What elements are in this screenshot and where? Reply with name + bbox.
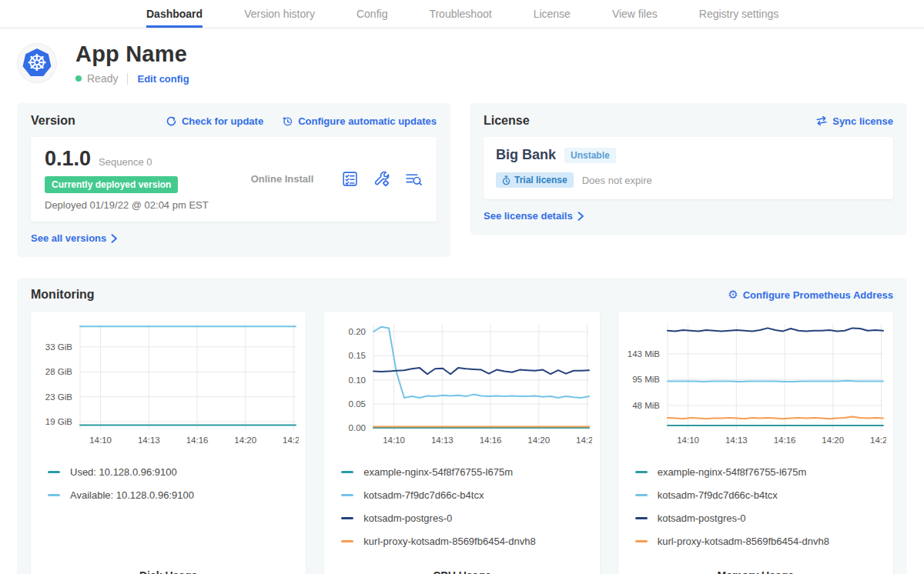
app-status: Ready	[87, 72, 118, 85]
svg-text:28 GiB: 28 GiB	[45, 367, 72, 376]
check-for-update-button[interactable]: Check for update	[166, 115, 263, 127]
chevron-right-icon	[578, 212, 584, 221]
license-expiry: Does not expire	[582, 175, 652, 186]
see-all-versions-link[interactable]: See all versions	[31, 232, 118, 244]
tab-version-history[interactable]: Version history	[244, 0, 315, 28]
svg-text:33 GiB: 33 GiB	[45, 342, 72, 352]
chart-legend: example-nginx-54f8f76755-l675mkotsadm-7f…	[341, 455, 593, 559]
stopwatch-icon	[502, 175, 511, 185]
svg-text:19 GiB: 19 GiB	[45, 417, 72, 426]
tab-view-files[interactable]: View files	[612, 0, 658, 28]
legend-swatch	[341, 517, 353, 519]
configure-automatic-updates-button[interactable]: Configure automatic updates	[282, 115, 437, 127]
legend-item: example-nginx-54f8f76755-l675m	[635, 466, 887, 478]
tab-config[interactable]: Config	[357, 0, 387, 28]
kubernetes-logo-icon: ☸	[21, 47, 53, 79]
sync-license-button[interactable]: Sync license	[815, 115, 893, 127]
legend-item: kotsadm-postgres-0	[635, 512, 887, 524]
legend-label: kotsadm-7f9dc7d66c-b4tcx	[363, 489, 484, 501]
svg-text:95 MiB: 95 MiB	[632, 375, 660, 384]
legend-label: kurl-proxy-kotsadm-8569fb6454-dnvh8	[363, 536, 535, 547]
license-card-title: License	[484, 114, 530, 128]
svg-text:14:10: 14:10	[383, 436, 406, 445]
view-logs-icon[interactable]	[404, 170, 423, 188]
legend-item: kotsadm-7f9dc7d66c-b4tcx	[635, 489, 887, 501]
top-navigation: DashboardVersion historyConfigTroublesho…	[0, 0, 924, 28]
chart-plot: 48 MiB95 MiB143 MiB14:1014:1314:1614:201…	[624, 318, 886, 449]
legend-label: kurl-proxy-kotsadm-8569fb6454-dnvh8	[658, 536, 829, 547]
legend-swatch	[341, 471, 353, 473]
summary-cards-row: Version Check for update Configure autom…	[0, 103, 924, 257]
legend-swatch	[635, 517, 648, 519]
legend-label: kotsadm-postgres-0	[658, 512, 746, 524]
tab-dashboard[interactable]: Dashboard	[146, 0, 203, 28]
chart-title: Memory Usage	[624, 559, 887, 574]
legend-swatch	[48, 471, 60, 473]
divider	[127, 73, 128, 85]
monitoring-title: Monitoring	[31, 288, 95, 302]
svg-text:14:13: 14:13	[138, 436, 160, 445]
tab-troubleshoot[interactable]: Troubleshoot	[429, 0, 491, 28]
chart-legend: Used: 10.128.0.96:9100Available: 10.128.…	[48, 455, 300, 512]
chart-legend: example-nginx-54f8f76755-l675mkotsadm-7f…	[635, 455, 887, 559]
legend-swatch	[635, 494, 648, 496]
svg-text:14:20: 14:20	[528, 436, 551, 445]
version-number: 0.1.0	[45, 147, 91, 171]
sequence-label: Sequence 0	[99, 156, 152, 168]
config-wrench-icon[interactable]	[373, 170, 390, 188]
customer-name: Big Bank	[496, 147, 556, 163]
app-title: App Name	[75, 42, 189, 67]
chart-plot: 19 GiB23 GiB28 GiB33 GiB14:1014:1314:161…	[37, 318, 299, 449]
legend-label: Used: 10.128.0.96:9100	[70, 466, 177, 478]
legend-item: example-nginx-54f8f76755-l675m	[341, 466, 593, 478]
svg-text:14:16: 14:16	[186, 436, 209, 445]
legend-swatch	[341, 494, 353, 496]
chart-card-disk-usage: 19 GiB23 GiB28 GiB33 GiB14:1014:1314:161…	[31, 312, 306, 574]
svg-text:14:23: 14:23	[870, 436, 886, 445]
svg-text:14:23: 14:23	[576, 436, 592, 445]
legend-item: kurl-proxy-kotsadm-8569fb6454-dnvh8	[635, 536, 887, 547]
svg-text:48 MiB: 48 MiB	[632, 401, 660, 410]
svg-text:14:13: 14:13	[725, 436, 748, 445]
current-version-panel: 0.1.0 Sequence 0 Currently deployed vers…	[31, 137, 437, 222]
legend-swatch	[341, 540, 353, 542]
svg-text:14:20: 14:20	[234, 436, 256, 445]
chevron-right-icon	[111, 234, 118, 243]
see-license-details-link[interactable]: See license details	[484, 210, 584, 222]
version-card: Version Check for update Configure autom…	[17, 103, 450, 257]
preflight-checks-icon[interactable]	[341, 170, 359, 188]
legend-item: Available: 10.128.0.96:9100	[48, 489, 300, 501]
chart-title: Disk Usage	[37, 559, 300, 574]
legend-item: kotsadm-postgres-0	[341, 512, 593, 524]
trial-license-badge: Trial license	[496, 172, 574, 188]
chart-title: CPU Usage	[330, 559, 593, 574]
svg-text:14:10: 14:10	[89, 436, 112, 445]
edit-config-link[interactable]: Edit config	[137, 73, 189, 85]
refresh-icon	[166, 115, 177, 127]
legend-swatch	[635, 540, 648, 542]
configure-prometheus-button[interactable]: ⚙ Configure Prometheus Address	[728, 289, 893, 301]
svg-text:0.00: 0.00	[349, 423, 366, 432]
monitoring-section: Monitoring ⚙ Configure Prometheus Addres…	[17, 278, 907, 574]
svg-text:0.20: 0.20	[349, 327, 366, 336]
svg-text:14:20: 14:20	[822, 436, 844, 445]
chart-card-cpu-usage: 0.000.050.100.150.2014:1014:1314:1614:20…	[324, 312, 599, 574]
app-header: ☸ App Name Ready Edit config	[0, 28, 924, 94]
legend-swatch	[48, 494, 60, 496]
svg-text:14:16: 14:16	[480, 436, 502, 445]
svg-text:0.15: 0.15	[349, 351, 366, 360]
legend-label: Available: 10.128.0.96:9100	[70, 489, 194, 501]
chart-plot: 0.000.050.100.150.2014:1014:1314:1614:20…	[330, 318, 592, 449]
legend-item: kurl-proxy-kotsadm-8569fb6454-dnvh8	[341, 536, 593, 547]
svg-text:14:10: 14:10	[677, 436, 699, 445]
clock-refresh-icon	[282, 115, 293, 127]
svg-text:23 GiB: 23 GiB	[45, 392, 72, 402]
currently-deployed-badge: Currently deployed version	[45, 176, 178, 193]
tab-license[interactable]: License	[534, 0, 571, 28]
install-type-label: Online Install	[223, 173, 341, 185]
license-panel: Big Bank Unstable Trial license Does not…	[484, 137, 893, 199]
svg-text:14:16: 14:16	[773, 436, 795, 445]
tab-registry-settings[interactable]: Registry settings	[699, 0, 778, 28]
gear-icon: ⚙	[728, 289, 738, 301]
legend-swatch	[635, 471, 648, 473]
